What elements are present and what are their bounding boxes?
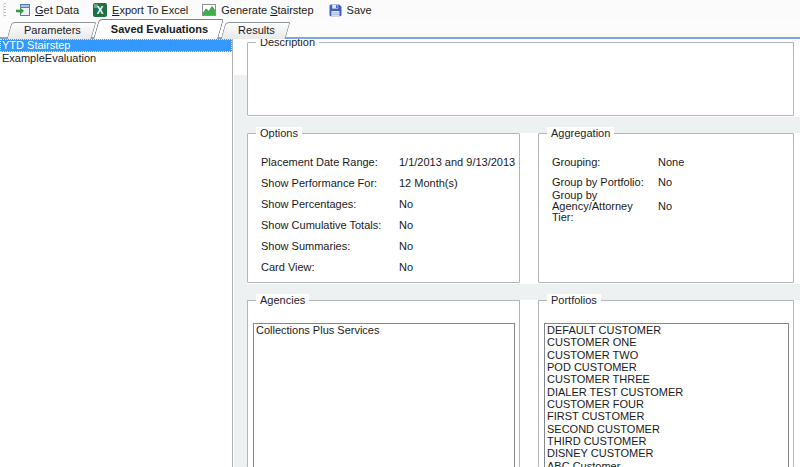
agency-item[interactable]: Collections Plus Services [254,324,514,336]
aggregation-label: Group byAgency/AttorneyTier: [552,190,658,223]
aggregation-groupbox-title: Aggregation [547,127,614,140]
option-label: Card View: [261,261,399,282]
portfolios-listbox[interactable]: DEFAULT CUSTOMER CUSTOMER ONE CUSTOMER T… [544,323,789,467]
get-data-button[interactable]: Get Data [10,1,87,19]
tab-results[interactable]: Results [223,22,288,39]
portfolio-item[interactable]: CUSTOMER THREE [545,373,788,385]
saved-evaluation-item[interactable]: ExampleEvaluation [0,52,232,65]
background-band [247,117,800,133]
option-label: Show Summaries: [261,240,399,261]
generate-stairstep-button[interactable]: Generate Stairstep [196,1,321,19]
aggregation-label: Grouping: [552,156,658,176]
toolbar: Get Data X Export To Excel Generate S [0,0,800,19]
option-row: Show Cumulative Totals: No [261,219,519,240]
option-label: Placement Date Range: [261,156,399,177]
generate-stairstep-label: Generate Stairstep [221,4,313,16]
option-row: Show Percentages: No [261,198,519,219]
option-value: No [399,240,413,261]
tab-saved-evaluations[interactable]: Saved Evaluations [96,19,221,39]
portfolio-item[interactable]: CUSTOMER FOUR [545,398,788,410]
aggregation-value: No [658,200,672,212]
option-value: No [399,261,413,282]
toolbar-grip[interactable] [3,3,6,17]
portfolio-item[interactable]: DISNEY CUSTOMER [545,447,788,459]
option-label: Show Cumulative Totals: [261,219,399,240]
portfolios-groupbox-title: Portfolios [547,294,601,307]
tab-results-label: Results [238,24,275,36]
excel-icon: X [92,2,108,18]
aggregation-groupbox: Aggregation Grouping: None Group by Port… [538,133,794,283]
option-value: No [399,219,413,240]
aggregation-row: Grouping: None [552,156,793,176]
option-value: 1/1/2013 and 9/13/2013 [399,156,515,177]
agencies-listbox[interactable]: Collections Plus Services [253,323,515,467]
options-rows: Placement Date Range: 1/1/2013 and 9/13/… [261,156,519,282]
aggregation-value: No [658,176,672,196]
get-data-label: Get Data [35,4,79,16]
portfolios-groupbox: Portfolios DEFAULT CUSTOMER CUSTOMER ONE… [538,300,794,467]
agencies-groupbox-title: Agencies [256,294,309,307]
option-row: Card View: No [261,261,519,282]
agencies-groupbox: Agencies Collections Plus Services [247,300,520,467]
option-row: Placement Date Range: 1/1/2013 and 9/13/… [261,156,519,177]
export-to-excel-label: Export To Excel [112,4,188,16]
export-to-excel-button[interactable]: X Export To Excel [87,1,196,19]
description-groupbox: Description [247,42,794,116]
tab-saved-evaluations-label: Saved Evaluations [111,23,208,35]
options-groupbox-title: Options [256,127,302,140]
get-data-icon [15,2,31,18]
portfolio-item[interactable]: POD CUSTOMER [545,361,788,373]
application-window: Get Data X Export To Excel Generate S [0,0,800,467]
saved-evaluations-page: YTD Stairstep ExampleEvaluation Descript… [0,39,800,467]
save-label: Save [347,4,372,16]
background-band [247,284,800,300]
aggregation-row: Group byAgency/AttorneyTier: No [552,196,793,216]
option-value: 12 Month(s) [399,177,458,198]
saved-evaluations-listbox[interactable]: YTD Stairstep ExampleEvaluation [0,39,233,467]
list-splitter[interactable] [234,75,247,467]
option-row: Show Summaries: No [261,240,519,261]
option-label: Show Performance For: [261,177,399,198]
stairstep-chart-icon [201,2,217,18]
portfolio-item[interactable]: THIRD CUSTOMER [545,435,788,447]
portfolio-item[interactable]: SECOND CUSTOMER [545,423,788,435]
option-value: No [399,198,413,219]
portfolio-item[interactable]: DEFAULT CUSTOMER [545,324,788,336]
svg-text:X: X [97,5,104,16]
portfolio-item[interactable]: CUSTOMER ONE [545,336,788,348]
portfolio-item[interactable]: DIALER TEST CUSTOMER [545,386,788,398]
option-label: Show Percentages: [261,198,399,219]
save-button[interactable]: Save [322,1,380,19]
tab-strip: Parameters Saved Evaluations Results [0,19,800,39]
aggregation-rows: Grouping: None Group by Portfolio: No Gr… [552,156,793,216]
save-icon [327,2,343,18]
portfolio-item[interactable]: FIRST CUSTOMER [545,410,788,422]
saved-evaluation-item[interactable]: YTD Stairstep [0,39,232,52]
portfolio-item[interactable]: ABC Customer [545,460,788,467]
tab-parameters-label: Parameters [24,24,81,36]
option-row: Show Performance For: 12 Month(s) [261,177,519,198]
tab-parameters[interactable]: Parameters [9,22,94,39]
options-groupbox: Options Placement Date Range: 1/1/2013 a… [247,133,520,283]
aggregation-value: None [658,156,684,176]
portfolio-item[interactable]: CUSTOMER TWO [545,349,788,361]
